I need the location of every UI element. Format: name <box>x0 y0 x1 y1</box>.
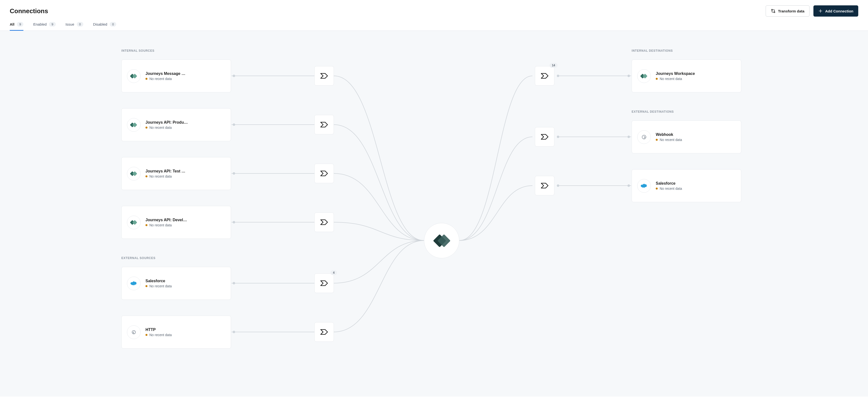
status-text: No recent data <box>660 187 682 191</box>
card-title: Salesforce <box>656 181 736 185</box>
source-card[interactable]: Salesforce No recent data <box>121 267 231 300</box>
status-text: No recent data <box>149 174 172 178</box>
status-dot-icon <box>146 334 148 336</box>
status-dot-icon <box>146 285 148 287</box>
chevron-tag-icon <box>320 280 328 286</box>
tab-count: 9 <box>49 22 56 27</box>
source-transform-node[interactable] <box>314 212 334 232</box>
tab-count: 0 <box>77 22 83 27</box>
source-transform-node[interactable] <box>314 164 334 183</box>
card-status: No recent data <box>146 77 225 81</box>
transform-count-badge: 14 <box>550 63 558 68</box>
card-title: HTTP <box>146 327 225 332</box>
journeys-icon <box>637 69 651 83</box>
connector-dot-icon <box>557 184 559 187</box>
tab-label: Enabled <box>33 22 46 26</box>
card-title: Journeys API: Test … <box>146 169 225 173</box>
tabs: All 9 Enabled 9 Issue 0 Disabled 0 <box>0 20 868 31</box>
http-icon <box>127 325 141 339</box>
connector-dot-icon <box>233 172 235 175</box>
chevron-tag-icon <box>320 329 328 335</box>
card-title: Journeys API: Produ… <box>146 120 225 125</box>
journeys-icon <box>127 118 141 132</box>
transform-data-button[interactable]: Transform data <box>766 5 809 17</box>
source-card[interactable]: Journeys API: Test … No recent data <box>121 157 231 190</box>
chevron-tag-icon <box>320 122 328 127</box>
destination-card[interactable]: Salesforce No recent data <box>632 169 741 202</box>
source-transform-node[interactable] <box>314 66 334 86</box>
connector-dot-icon <box>233 331 235 333</box>
section-external-destinations: EXTERNAL DESTINATIONS <box>632 110 674 113</box>
destination-transform-node[interactable]: 14 <box>535 66 554 86</box>
card-status: No recent data <box>146 174 225 178</box>
card-status: No recent data <box>146 284 225 288</box>
source-transform-node[interactable] <box>314 322 334 342</box>
destination-transform-node[interactable] <box>535 127 554 147</box>
tab-all[interactable]: All 9 <box>10 20 23 31</box>
destination-transform-node[interactable] <box>535 176 554 195</box>
status-dot-icon <box>146 78 148 80</box>
hub-icon <box>435 234 448 248</box>
transform-count-badge: 4 <box>331 270 337 275</box>
section-internal-sources: INTERNAL SOURCES <box>121 49 155 52</box>
card-status: No recent data <box>146 223 225 227</box>
connector-dot-icon <box>233 221 235 223</box>
chevron-tag-icon <box>541 73 549 79</box>
connector-dot-icon <box>233 75 235 77</box>
connector-dot-icon <box>233 123 235 126</box>
status-dot-icon <box>146 175 148 177</box>
card-title: Webhook <box>656 133 736 137</box>
status-dot-icon <box>656 78 658 80</box>
hub-node[interactable] <box>424 223 459 258</box>
transform-icon <box>771 8 776 13</box>
section-internal-destinations: INTERNAL DESTINATIONS <box>632 49 673 52</box>
journeys-icon <box>127 167 141 180</box>
status-text: No recent data <box>660 138 682 142</box>
status-dot-icon <box>656 139 658 141</box>
tab-enabled[interactable]: Enabled 9 <box>33 20 56 31</box>
page-title: Connections <box>10 7 48 15</box>
section-external-sources: EXTERNAL SOURCES <box>121 256 155 260</box>
destination-card[interactable]: Journeys Workspace No recent data <box>632 59 741 92</box>
chevron-tag-icon <box>320 219 328 225</box>
status-text: No recent data <box>149 223 172 227</box>
tab-count: 0 <box>110 22 116 27</box>
salesforce-icon <box>637 179 651 193</box>
status-dot-icon <box>146 224 148 226</box>
card-status: No recent data <box>656 77 736 81</box>
source-transform-node[interactable] <box>314 115 334 135</box>
webhook-icon <box>637 130 651 144</box>
card-status: No recent data <box>656 187 736 191</box>
chevron-tag-icon <box>541 183 549 189</box>
tab-label: All <box>10 22 14 26</box>
tab-count: 9 <box>17 22 23 27</box>
source-card[interactable]: Journeys API: Produ… No recent data <box>121 108 231 141</box>
connector-dot-icon <box>627 184 630 187</box>
source-card[interactable]: Journeys API: Devel… No recent data <box>121 206 231 239</box>
chevron-tag-icon <box>541 134 549 140</box>
card-title: Journeys API: Devel… <box>146 218 225 222</box>
status-dot-icon <box>146 126 148 128</box>
tab-issue[interactable]: Issue 0 <box>66 20 83 31</box>
tab-label: Disabled <box>93 22 107 26</box>
source-card[interactable]: Journeys Message … No recent data <box>121 59 231 92</box>
card-title: Salesforce <box>146 279 225 283</box>
card-status: No recent data <box>146 125 225 130</box>
destination-card[interactable]: Webhook No recent data <box>632 120 741 153</box>
connector-dot-icon <box>233 282 235 284</box>
connector-dot-icon <box>627 75 630 77</box>
card-status: No recent data <box>656 138 736 142</box>
plus-icon <box>818 9 823 13</box>
source-transform-node[interactable]: 4 <box>314 274 334 293</box>
status-dot-icon <box>656 188 658 190</box>
tab-disabled[interactable]: Disabled 0 <box>93 20 117 31</box>
chevron-tag-icon <box>320 171 328 176</box>
connections-canvas[interactable]: INTERNAL SOURCES EXTERNAL SOURCES INTERN… <box>0 31 868 397</box>
source-card[interactable]: HTTP No recent data <box>121 316 231 349</box>
card-title: Journeys Workspace <box>656 71 736 76</box>
chevron-tag-icon <box>320 73 328 79</box>
add-connection-button[interactable]: Add Connection <box>813 5 858 17</box>
journeys-icon <box>127 216 141 229</box>
add-connection-label: Add Connection <box>825 9 854 13</box>
status-text: No recent data <box>149 77 172 81</box>
